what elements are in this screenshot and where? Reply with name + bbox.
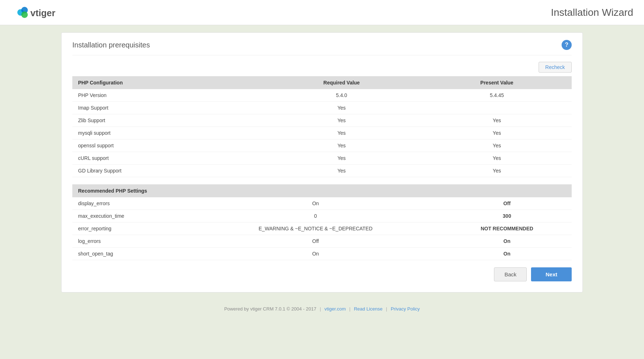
- php-config-table-header: PHP Configuration Required Value Present…: [72, 76, 572, 89]
- vtiger-logo: vtiger: [11, 4, 83, 22]
- rec-setting-present: NOT RECOMMENDED: [442, 222, 572, 235]
- separator-1: |: [320, 306, 321, 312]
- separator-2: |: [349, 306, 350, 312]
- svg-point-2: [21, 11, 28, 18]
- php-config-present: Yes: [422, 165, 572, 177]
- rec-setting-required: E_WARNING & ~E_NOTICE & ~E_DEPRECATED: [189, 222, 442, 235]
- back-button[interactable]: Back: [494, 267, 527, 281]
- rec-setting-required: 0: [189, 210, 442, 222]
- php-config-present: Yes: [422, 114, 572, 127]
- table-row: Zlib Support Yes Yes: [72, 114, 572, 127]
- table-row: display_errors On Off: [72, 197, 572, 210]
- php-config-name: Imap Support: [72, 102, 261, 114]
- php-config-required: Yes: [261, 114, 422, 127]
- php-config-present: Yes: [422, 139, 572, 152]
- col-present-value: Present Value: [422, 76, 572, 89]
- php-config-name: PHP Version: [72, 89, 261, 102]
- rec-setting-name: log_errors: [72, 235, 189, 248]
- php-config-name: mysqli support: [72, 127, 261, 139]
- table-row: error_reporting E_WARNING & ~E_NOTICE & …: [72, 222, 572, 235]
- rec-setting-required: On: [189, 248, 442, 260]
- table-row: openssl support Yes Yes: [72, 139, 572, 152]
- recheck-button[interactable]: Recheck: [539, 62, 572, 73]
- rec-setting-present: 300: [442, 210, 572, 222]
- rec-setting-required: On: [189, 197, 442, 210]
- rec-setting-name: max_execution_time: [72, 210, 189, 222]
- php-config-name: cURL support: [72, 152, 261, 165]
- php-config-required: Yes: [261, 127, 422, 139]
- php-config-table-body: PHP Version 5.4.0 5.4.45 Imap Support Ye…: [72, 89, 572, 177]
- privacy-policy-link[interactable]: Privacy Policy: [391, 306, 420, 312]
- installation-wizard-title: Installation Wizard: [551, 7, 633, 18]
- table-row: log_errors Off On: [72, 235, 572, 248]
- svg-text:vtiger: vtiger: [31, 8, 55, 18]
- col-required-value: Required Value: [261, 76, 422, 89]
- php-config-present: Yes: [422, 152, 572, 165]
- rec-setting-name: error_reporting: [72, 222, 189, 235]
- php-config-required: Yes: [261, 102, 422, 114]
- php-config-table: PHP Configuration Required Value Present…: [72, 76, 572, 177]
- php-config-required: Yes: [261, 139, 422, 152]
- footer: Powered by vtiger CRM 7.0.1 © 2004 - 201…: [0, 300, 644, 318]
- php-config-name: GD Library Support: [72, 165, 261, 177]
- php-config-required: Yes: [261, 152, 422, 165]
- col-php-config: PHP Configuration: [72, 76, 261, 89]
- vtiger-link[interactable]: vtiger.com: [325, 306, 346, 312]
- php-config-present: Yes: [422, 127, 572, 139]
- logo-area: vtiger: [11, 4, 83, 22]
- header: vtiger Installation Wizard: [0, 0, 644, 25]
- read-license-link[interactable]: Read License: [354, 306, 383, 312]
- rec-setting-required: Off: [189, 235, 442, 248]
- recommended-settings-table: Recommended PHP Settings display_errors …: [72, 184, 572, 260]
- php-config-name: openssl support: [72, 139, 261, 152]
- php-config-required: Yes: [261, 165, 422, 177]
- table-row: cURL support Yes Yes: [72, 152, 572, 165]
- table-row: mysqli support Yes Yes: [72, 127, 572, 139]
- php-config-name: Zlib Support: [72, 114, 261, 127]
- page-title: Installation prerequisites: [72, 41, 150, 49]
- rec-setting-present: On: [442, 235, 572, 248]
- table-row: Imap Support Yes: [72, 102, 572, 114]
- page-title-row: Installation prerequisites ?: [72, 40, 572, 55]
- rec-setting-name: short_open_tag: [72, 248, 189, 260]
- recommended-settings-body: display_errors On Off max_execution_time…: [72, 197, 572, 260]
- powered-by-text: Powered by vtiger CRM 7.0.1 © 2004 - 201…: [224, 306, 316, 312]
- recommended-settings-header: Recommended PHP Settings: [72, 184, 572, 197]
- php-config-present: [422, 102, 572, 114]
- action-row: Back Next: [72, 267, 572, 281]
- php-config-present: 5.4.45: [422, 89, 572, 102]
- recheck-row: Recheck: [72, 62, 572, 73]
- table-row: GD Library Support Yes Yes: [72, 165, 572, 177]
- table-row: max_execution_time 0 300: [72, 210, 572, 222]
- rec-setting-present: Off: [442, 197, 572, 210]
- main-content: Installation prerequisites ? Recheck PHP…: [61, 32, 583, 293]
- table-row: PHP Version 5.4.0 5.4.45: [72, 89, 572, 102]
- recommended-settings-section-header: Recommended PHP Settings: [72, 184, 572, 197]
- table-row: short_open_tag On On: [72, 248, 572, 260]
- help-icon[interactable]: ?: [562, 40, 572, 50]
- rec-setting-present: On: [442, 248, 572, 260]
- next-button[interactable]: Next: [531, 267, 572, 281]
- php-config-required: 5.4.0: [261, 89, 422, 102]
- separator-3: |: [386, 306, 387, 312]
- rec-setting-name: display_errors: [72, 197, 189, 210]
